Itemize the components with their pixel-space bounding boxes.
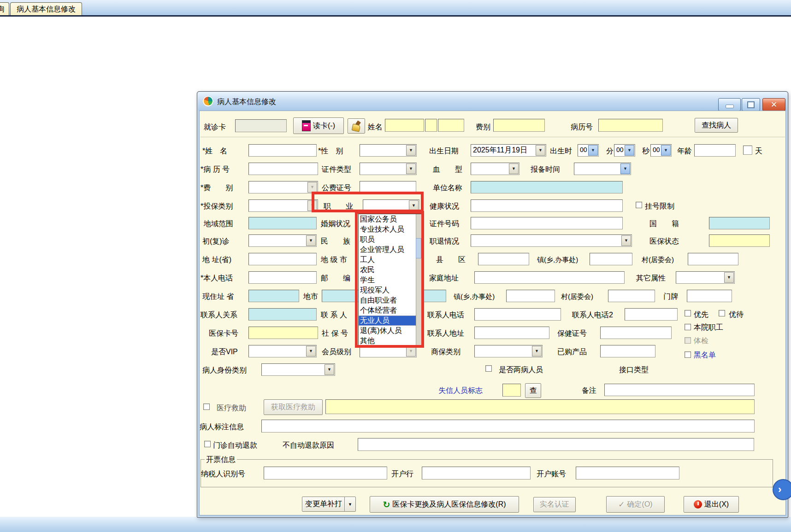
name-search-input-2[interactable]: [425, 119, 437, 132]
cur-city-label: 地市: [303, 292, 318, 301]
med-aid-input[interactable]: [325, 399, 755, 414]
bank-input[interactable]: [422, 467, 531, 479]
village-input[interactable]: [688, 253, 738, 265]
dishonest-flag-input[interactable]: [502, 384, 521, 397]
dropdown-arrow-icon[interactable]: ▼: [620, 164, 630, 174]
town-input[interactable]: [590, 253, 632, 265]
name-search-input[interactable]: [385, 119, 424, 132]
contact-rel-input[interactable]: [248, 308, 317, 321]
address-prov-input[interactable]: [248, 253, 317, 265]
door-input[interactable]: [687, 290, 732, 302]
birth-minute-select[interactable]: 00▼: [614, 144, 635, 157]
purchased-input[interactable]: [600, 345, 655, 357]
no-refund-reason-input[interactable]: [358, 438, 754, 451]
org-name-input[interactable]: [471, 181, 623, 193]
hospital-staff-checkbox[interactable]: [685, 324, 691, 330]
priority-checkbox[interactable]: [685, 310, 691, 316]
phone-input[interactable]: [248, 271, 317, 284]
report-time-select[interactable]: ▼: [574, 163, 631, 175]
case-no-search-input[interactable]: [598, 119, 663, 132]
contact-phone2-input[interactable]: [625, 308, 678, 321]
get-med-aid-button[interactable]: 获取医疗救助: [264, 399, 323, 415]
dropdown-arrow-icon[interactable]: ▼: [306, 346, 316, 357]
next-page-button[interactable]: ›: [773, 479, 791, 500]
insure-type-select[interactable]: ▼: [248, 199, 318, 212]
dialog-title: 病人基本信息修改: [217, 97, 276, 107]
find-patient-button[interactable]: 查找病人: [695, 118, 738, 133]
cur-village-input[interactable]: [608, 290, 655, 302]
contact-phone-input[interactable]: [474, 308, 561, 321]
id-type-select[interactable]: ▼: [360, 163, 417, 175]
maximize-button[interactable]: [742, 98, 760, 111]
clear-button[interactable]: [348, 118, 365, 134]
nationality-input[interactable]: [709, 217, 770, 229]
dishonest-check-button[interactable]: 查: [525, 383, 541, 398]
health-cert-input[interactable]: [600, 327, 672, 339]
minimize-button[interactable]: [718, 98, 741, 111]
dropdown-arrow-icon[interactable]: ▼: [536, 145, 545, 156]
birth-second-select[interactable]: 00▼: [650, 144, 672, 157]
first-visit-select[interactable]: ▼: [248, 234, 317, 247]
contact-addr-input[interactable]: [474, 327, 549, 339]
dropdown-arrow-icon[interactable]: ▼: [406, 145, 416, 156]
retire-select[interactable]: ▼: [471, 234, 632, 247]
auto-refund-label: 门诊自动退款: [213, 441, 257, 450]
visit-card-input[interactable]: [235, 119, 287, 132]
dropdown-arrow-icon[interactable]: ▼: [532, 346, 542, 357]
county-input[interactable]: [478, 253, 529, 265]
medicare-card-input[interactable]: [248, 327, 318, 339]
checkup-checkbox[interactable]: [685, 337, 691, 344]
medicare-status-input[interactable]: [709, 234, 770, 247]
auto-refund-checkbox[interactable]: [204, 441, 211, 447]
two-disease-checkbox[interactable]: [485, 365, 492, 372]
vip-select[interactable]: ▼: [248, 345, 317, 357]
case-number-input[interactable]: [248, 163, 318, 175]
tab-partial-query[interactable]: 询: [0, 2, 9, 16]
exit-button[interactable]: 退出(X): [684, 496, 739, 513]
dropdown-arrow-icon[interactable]: ▼: [306, 235, 316, 246]
ok-button[interactable]: ✓确定(O): [606, 496, 665, 513]
dropdown-arrow-icon[interactable]: ▼: [509, 164, 519, 174]
gender-select[interactable]: ▼: [360, 144, 417, 157]
dropdown-arrow-icon[interactable]: ▼: [621, 235, 631, 246]
id-no-input[interactable]: [471, 217, 623, 229]
dropdown-arrow-icon[interactable]: ▼: [325, 364, 334, 375]
medicare-update-button[interactable]: ↻医保卡更换及病人医保信息修改(R): [370, 496, 519, 513]
fee-type-search-input[interactable]: [493, 119, 545, 132]
identity-select[interactable]: ▼: [261, 363, 335, 376]
dropdown-arrow-icon[interactable]: ▼: [625, 145, 634, 156]
preferential-checkbox[interactable]: [719, 310, 725, 316]
other-attr-select[interactable]: ▼: [676, 271, 735, 284]
surname-input[interactable]: [248, 144, 317, 157]
account-input[interactable]: [576, 467, 679, 479]
fee-select[interactable]: ▼: [248, 181, 318, 193]
day-checkbox[interactable]: [743, 146, 752, 155]
dropdown-arrow-icon[interactable]: ▼: [406, 164, 416, 174]
birth-date-picker[interactable]: 2025年11月19日▼: [471, 144, 546, 157]
read-card-button[interactable]: 读卡(-): [293, 117, 344, 134]
health-input[interactable]: [471, 199, 623, 212]
med-aid-checkbox[interactable]: [203, 403, 210, 410]
blacklist-checkbox[interactable]: [685, 351, 691, 358]
dropdown-arrow-icon[interactable]: ▼: [588, 145, 598, 156]
dropdown-arrow-icon[interactable]: ▼: [724, 272, 734, 283]
blood-type-select[interactable]: ▼: [471, 163, 519, 175]
home-addr-input[interactable]: [474, 271, 625, 284]
cur-prov-input[interactable]: [248, 290, 299, 302]
birth-hour-select[interactable]: 00▼: [578, 144, 599, 157]
close-button[interactable]: ✕: [762, 98, 785, 111]
name-search-input-3[interactable]: [438, 119, 464, 132]
age-input[interactable]: [694, 144, 736, 157]
reprint-dropdown-button[interactable]: ▼: [344, 497, 356, 512]
realname-button[interactable]: 实名认证: [533, 497, 576, 512]
region-input[interactable]: [248, 217, 317, 229]
taxpayer-input[interactable]: [264, 467, 387, 479]
reg-limit-checkbox[interactable]: [636, 202, 642, 208]
remark-input[interactable]: [604, 384, 755, 396]
tab-patient-info-edit[interactable]: 病人基本信息修改: [10, 2, 82, 16]
dropdown-arrow-icon[interactable]: ▼: [661, 145, 671, 156]
patient-note-input[interactable]: [261, 420, 755, 433]
comm-ins-select[interactable]: ▼: [474, 345, 543, 357]
cur-town-input[interactable]: [506, 290, 555, 302]
reprint-button[interactable]: 变更单补打: [302, 497, 345, 512]
